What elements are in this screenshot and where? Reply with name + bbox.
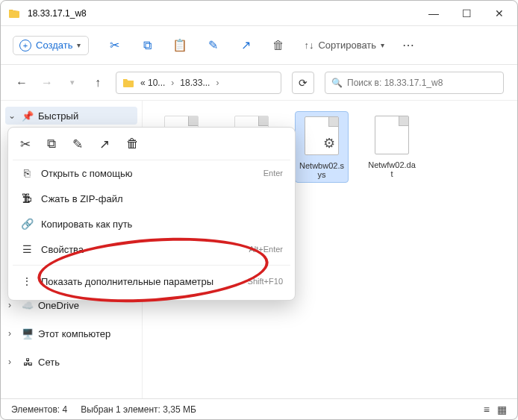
tree-item-label: Быстрый xyxy=(38,110,78,122)
search-icon: 🔍 xyxy=(331,78,343,88)
properties-icon: ☰ xyxy=(20,243,34,255)
menu-item-label: Сжать в ZIP-файл xyxy=(41,193,123,204)
menu-item-shortcut: Enter xyxy=(263,169,283,178)
context-menu: ✂ ⧉ ✎ ↗ 🗑 ⎘ Открыть с помощью Enter 🗜 Сж… xyxy=(7,127,296,301)
folder-icon xyxy=(8,7,20,19)
new-button[interactable]: + Создать ▾ xyxy=(13,36,89,55)
tree-item-label: Сеть xyxy=(38,357,60,368)
menu-item-shortcut: Shift+F10 xyxy=(248,277,283,286)
sort-button[interactable]: ↑↓ Сортировать ▾ xyxy=(304,40,384,51)
copy-icon[interactable]: ⧉ xyxy=(140,38,155,53)
cloud-icon: ☁️ xyxy=(22,299,34,311)
copy-icon[interactable]: ⧉ xyxy=(47,137,56,152)
menu-item-shortcut: Alt+Enter xyxy=(249,245,283,254)
file-item-selected[interactable]: ⚙ Netwbw02.sys xyxy=(295,111,349,183)
tree-item-quick[interactable]: ⌄ 📌 Быстрый xyxy=(5,107,137,125)
search-field[interactable] xyxy=(347,78,497,88)
delete-icon[interactable]: 🗑 xyxy=(126,137,139,152)
close-button[interactable]: ✕ xyxy=(493,7,505,19)
back-button[interactable]: ← xyxy=(14,76,29,90)
statusbar: Элементов: 4 Выбран 1 элемент: 3,35 МБ ≡… xyxy=(1,398,517,419)
cut-icon[interactable]: ✂ xyxy=(20,137,31,152)
search-input[interactable]: 🔍 xyxy=(325,72,504,94)
tree-item-label: OneDrive xyxy=(38,300,79,311)
maximize-button[interactable]: ☐ xyxy=(461,7,472,19)
menu-item-label: Показать дополнительные параметры xyxy=(41,276,213,287)
menu-item-label: Копировать как путь xyxy=(41,219,132,230)
breadcrumb-part[interactable]: 18.33... xyxy=(180,78,210,88)
rename-icon[interactable]: ✎ xyxy=(205,38,220,53)
delete-icon[interactable]: 🗑 xyxy=(271,38,286,53)
copy-path-icon: 🔗 xyxy=(20,218,34,230)
minimize-button[interactable]: — xyxy=(428,7,440,19)
sort-icon: ↑↓ xyxy=(304,40,313,51)
cut-icon[interactable]: ✂ xyxy=(107,38,122,53)
breadcrumb[interactable]: « 10... › 18.33... › xyxy=(116,72,281,94)
chevron-right-icon: › xyxy=(8,300,17,310)
menu-open-with[interactable]: ⎘ Открыть с помощью Enter xyxy=(13,160,290,186)
more-button[interactable]: ⋯ xyxy=(402,38,416,52)
share-icon[interactable]: ↗ xyxy=(238,38,253,53)
chevron-right-icon: › xyxy=(171,78,174,88)
window-controls: — ☐ ✕ xyxy=(428,7,505,19)
items-count: Элементов: 4 xyxy=(11,404,67,415)
menu-item-label: Открыть с помощью xyxy=(41,168,132,179)
icons-view-icon[interactable]: ▦ xyxy=(497,404,507,416)
network-icon: 🖧 xyxy=(22,356,34,368)
forward-button[interactable]: → xyxy=(40,76,54,90)
folder-icon xyxy=(122,77,134,89)
menu-more-options[interactable]: ⋮ Показать дополнительные параметры Shif… xyxy=(13,269,290,294)
new-button-label: Создать xyxy=(36,40,72,51)
menu-properties[interactable]: ☰ Свойства Alt+Enter xyxy=(13,236,290,262)
breadcrumb-part[interactable]: « 10... xyxy=(140,78,165,88)
selection-info: Выбран 1 элемент: 3,35 МБ xyxy=(81,404,196,415)
chevron-right-icon: › xyxy=(216,78,219,88)
chevron-down-icon: ⌄ xyxy=(8,110,17,121)
tree-item-label: Этот компьютер xyxy=(38,328,110,339)
chevron-right-icon: › xyxy=(8,357,17,367)
file-name: Netwfw02.dat xyxy=(368,160,416,178)
up-button[interactable]: ↑ xyxy=(90,76,105,90)
titlebar: 18.33.17.1_w8 — ☐ ✕ xyxy=(1,1,517,26)
file-item[interactable]: Netwfw02.dat xyxy=(365,111,419,181)
zip-icon: 🗜 xyxy=(20,192,34,204)
sort-label: Сортировать xyxy=(318,40,376,51)
rename-icon[interactable]: ✎ xyxy=(72,137,83,152)
menu-separator xyxy=(13,265,290,266)
chevron-down-icon: ▾ xyxy=(381,41,384,49)
window-title: 18.33.17.1_w8 xyxy=(28,8,428,19)
monitor-icon: 🖥️ xyxy=(22,327,34,339)
paste-icon[interactable]: 📋 xyxy=(172,38,187,53)
navbar: ← → ▾ ↑ « 10... › 18.33... › ⟳ 🔍 xyxy=(1,65,517,101)
share-icon[interactable]: ↗ xyxy=(99,137,110,152)
menu-item-label: Свойства xyxy=(41,244,84,255)
pin-icon: 📌 xyxy=(22,110,34,122)
file-icon: ⚙ xyxy=(301,115,343,157)
file-name: Netwbw02.sys xyxy=(299,161,345,179)
tree-item-thispc[interactable]: › 🖥️ Этот компьютер xyxy=(5,325,137,342)
file-icon xyxy=(371,114,413,156)
tree-item-network[interactable]: › 🖧 Сеть xyxy=(5,353,137,371)
details-view-icon[interactable]: ≡ xyxy=(484,404,490,416)
chevron-right-icon: › xyxy=(8,328,17,339)
plus-icon: + xyxy=(19,40,31,51)
toolbar: + Создать ▾ ✂ ⧉ 📋 ✎ ↗ 🗑 ↑↓ Сортировать ▾… xyxy=(1,26,517,65)
open-with-icon: ⎘ xyxy=(20,167,34,179)
chevron-down-icon[interactable]: ▾ xyxy=(65,78,80,87)
menu-zip[interactable]: 🗜 Сжать в ZIP-файл xyxy=(13,186,290,211)
more-icon: ⋮ xyxy=(20,275,34,287)
refresh-button[interactable]: ⟳ xyxy=(292,72,314,94)
menu-copy-path[interactable]: 🔗 Копировать как путь xyxy=(13,211,290,236)
gear-icon: ⚙ xyxy=(323,135,335,151)
context-toolbar: ✂ ⧉ ✎ ↗ 🗑 xyxy=(13,134,290,160)
chevron-down-icon: ▾ xyxy=(77,41,81,49)
